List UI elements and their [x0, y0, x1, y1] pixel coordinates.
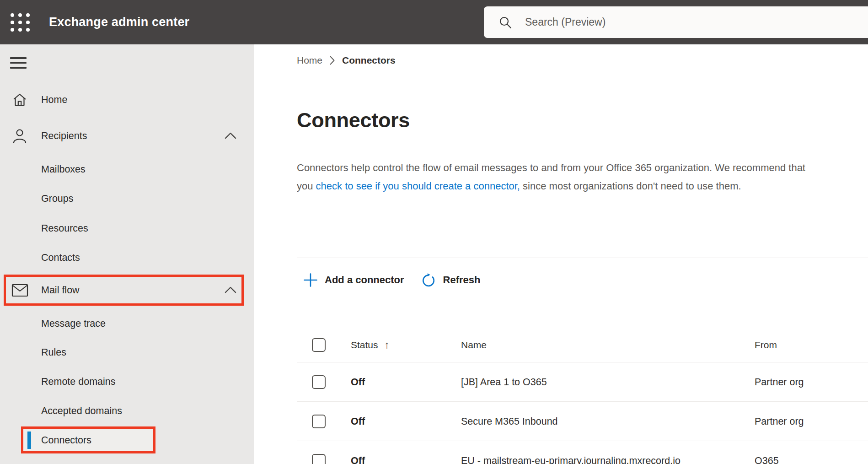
search-icon: [498, 16, 512, 29]
cell-name[interactable]: EU - mailstream-eu-primary.journaling.mx…: [461, 455, 680, 464]
refresh-button[interactable]: Refresh: [421, 272, 481, 288]
search-input[interactable]: [524, 16, 798, 29]
command-bar: Add a connector Refresh: [303, 268, 481, 292]
sidebar-item-mailboxes[interactable]: Mailboxes: [0, 156, 254, 182]
add-connector-label: Add a connector: [325, 274, 404, 286]
row-checkbox[interactable]: [312, 454, 326, 464]
chevron-up-icon: [224, 132, 237, 140]
table-row[interactable]: Off [JB] Area 1 to O365 Partner org: [297, 362, 868, 402]
selected-indicator: [27, 432, 31, 449]
nav-collapse-button[interactable]: [10, 57, 28, 71]
app-launcher-button[interactable]: [10, 13, 30, 32]
breadcrumb-home-link[interactable]: Home: [297, 55, 322, 66]
table-header-row: Status↑ Name From: [297, 328, 868, 362]
refresh-label: Refresh: [443, 274, 481, 286]
breadcrumb-current: Connectors: [342, 55, 396, 66]
column-header-status[interactable]: Status↑: [351, 339, 390, 351]
suite-header: Exchange admin center: [0, 0, 868, 44]
cell-from: O365: [755, 455, 779, 464]
sidebar-item-resources[interactable]: Resources: [0, 216, 254, 241]
waffle-icon: [10, 13, 30, 32]
create-connector-check-link[interactable]: check to see if you should create a conn…: [316, 180, 520, 192]
add-connector-button[interactable]: Add a connector: [303, 273, 404, 287]
mail-icon: [11, 281, 28, 299]
cell-from: Partner org: [755, 376, 804, 388]
person-icon: [11, 127, 28, 145]
sidebar-item-remote-domains[interactable]: Remote domains: [0, 369, 254, 394]
sidebar-item-connectors[interactable]: Connectors: [0, 427, 254, 453]
connectors-table: Status↑ Name From Off [JB] Area 1 to O36…: [297, 328, 868, 464]
screen: Exchange admin center Home: [0, 0, 868, 464]
cell-name[interactable]: Secure M365 Inbound: [461, 415, 558, 427]
sidebar-item-message-trace[interactable]: Message trace: [0, 311, 254, 336]
search-box[interactable]: [484, 6, 868, 38]
table-row[interactable]: Off EU - mailstream-eu-primary.journalin…: [297, 441, 868, 464]
page-title: Connectors: [297, 108, 410, 132]
sidebar-item-groups[interactable]: Groups: [0, 186, 254, 211]
cell-status: Off: [351, 455, 365, 464]
column-header-name[interactable]: Name: [461, 340, 487, 351]
sidebar-item-contacts[interactable]: Contacts: [0, 245, 254, 270]
cell-from: Partner org: [755, 415, 804, 427]
plus-icon: [303, 273, 318, 287]
table-row[interactable]: Off Secure M365 Inbound Partner org: [297, 402, 868, 441]
sort-ascending-icon: ↑: [385, 339, 390, 351]
sidebar-item-home[interactable]: Home: [0, 87, 254, 113]
sidebar-item-mail-flow[interactable]: Mail flow: [0, 277, 254, 303]
chevron-up-icon: [224, 286, 237, 294]
select-all-checkbox[interactable]: [312, 338, 326, 352]
breadcrumb: Home Connectors: [297, 53, 396, 68]
hamburger-icon: [10, 57, 28, 69]
sidebar: Home Recipients Mailboxes Groups Reso: [0, 44, 254, 464]
column-header-from[interactable]: From: [755, 340, 777, 351]
home-icon: [11, 91, 28, 108]
row-checkbox[interactable]: [312, 375, 326, 389]
sidebar-item-accepted-domains[interactable]: Accepted domains: [0, 398, 254, 424]
cell-status: Off: [351, 376, 365, 388]
row-checkbox[interactable]: [312, 415, 326, 428]
sidebar-item-rules[interactable]: Rules: [0, 340, 254, 365]
refresh-icon: [421, 272, 436, 288]
cell-status: Off: [351, 415, 365, 427]
main-content: Home Connectors Connectors Connectors he…: [254, 44, 868, 464]
app-title: Exchange admin center: [49, 0, 189, 44]
sidebar-item-recipients[interactable]: Recipients: [0, 123, 254, 149]
description-text-after: since most organizations don't need to u…: [520, 180, 741, 192]
breadcrumb-chevron-icon: [329, 55, 335, 65]
cell-name[interactable]: [JB] Area 1 to O365: [461, 376, 547, 388]
page-description: Connectors help control the flow of emai…: [297, 159, 823, 195]
toolbar-divider: [297, 258, 868, 258]
